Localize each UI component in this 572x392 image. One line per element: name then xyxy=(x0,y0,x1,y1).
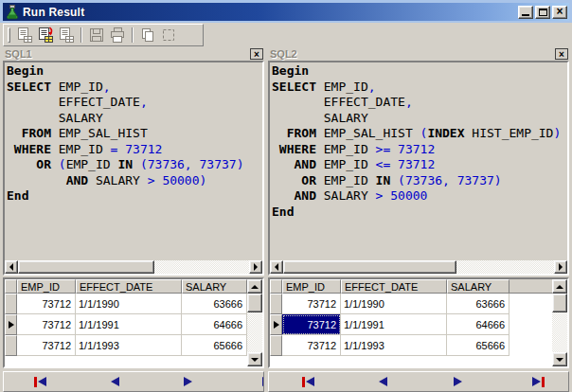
code-line: FROM EMP_SAL_HIST (INDEX HIST_EMP_ID) xyxy=(272,126,565,142)
column-header-salary[interactable]: SALARY xyxy=(182,279,247,294)
scroll-left-button[interactable] xyxy=(5,260,18,274)
grid-cell[interactable]: 1/1/1993 xyxy=(341,335,447,356)
grid-cell[interactable]: 65666 xyxy=(182,335,247,356)
grid-cell[interactable]: 1/1/1990 xyxy=(341,294,447,314)
column-header-salary[interactable]: SALARY xyxy=(447,279,509,294)
first-record-button[interactable] xyxy=(28,374,51,389)
column-header-emp-id[interactable]: EMP_ID xyxy=(282,279,341,294)
toolbar-grip[interactable] xyxy=(8,27,10,43)
close-button[interactable]: × xyxy=(552,6,567,19)
scroll-left-button[interactable] xyxy=(270,260,283,274)
column-header-effect-date[interactable]: EFFECT_DATE xyxy=(341,279,447,294)
grid-cell[interactable]: 73712 xyxy=(17,335,76,356)
row-selector[interactable] xyxy=(270,335,282,356)
panel-close-button[interactable]: × xyxy=(250,48,263,60)
print-button[interactable] xyxy=(107,26,128,45)
current-row-icon xyxy=(9,321,14,329)
grid-cell[interactable]: 73712 xyxy=(282,294,341,314)
fit-button[interactable] xyxy=(158,26,179,45)
code-line: FROM EMP_SAL_HIST xyxy=(7,126,260,142)
grid-cell[interactable]: 73712 xyxy=(282,335,341,356)
run-all-icon xyxy=(58,27,75,44)
scroll-up-button[interactable] xyxy=(247,279,262,294)
scroll-up-button[interactable] xyxy=(552,279,567,294)
copy-button[interactable] xyxy=(137,26,158,45)
column-header-emp-id[interactable]: EMP_ID xyxy=(17,279,76,294)
sql2-code-box: BeginSELECT EMP_ID, EFFECT_DATE, SALARY … xyxy=(268,61,569,276)
first-record-icon xyxy=(38,377,46,386)
scroll-track[interactable] xyxy=(552,294,567,352)
flask-icon xyxy=(5,5,20,20)
grid-cell[interactable]: 64666 xyxy=(447,314,509,335)
grid-cell[interactable]: 65666 xyxy=(447,335,509,356)
sql1-hscrollbar[interactable] xyxy=(5,260,262,274)
grid-cell[interactable]: 64666 xyxy=(182,314,247,335)
scroll-right-button[interactable] xyxy=(249,260,262,274)
minimize-button[interactable] xyxy=(518,6,533,19)
row-selector[interactable] xyxy=(5,294,17,314)
prior-record-button[interactable] xyxy=(371,374,394,389)
scroll-thumb[interactable] xyxy=(18,260,154,274)
prior-record-button[interactable] xyxy=(104,374,127,389)
grid-cell[interactable]: 63666 xyxy=(182,294,247,314)
last-record-button[interactable] xyxy=(527,374,549,389)
code-line: AND SALARY > 50000) xyxy=(7,173,260,189)
arrow-left-icon xyxy=(275,263,278,271)
last-record-button[interactable] xyxy=(257,374,264,389)
grid-vscrollbar[interactable] xyxy=(247,279,262,366)
grid-main: EMP_ID EFFECT_DATE SALARY 73712 1/1/1990… xyxy=(5,279,247,366)
first-record-button[interactable] xyxy=(296,374,319,389)
toolbar-band xyxy=(3,24,204,46)
grid-vscrollbar[interactable] xyxy=(552,279,567,366)
last-record-icon xyxy=(262,377,264,386)
code-line: OR (EMP_ID IN (73736, 73737) xyxy=(7,157,260,173)
maximize-button[interactable] xyxy=(535,6,550,19)
next-record-button[interactable] xyxy=(446,374,469,389)
grid-cell[interactable]: 73712 xyxy=(17,294,76,314)
grid-cell[interactable]: 1/1/1990 xyxy=(76,294,182,314)
scroll-right-button[interactable] xyxy=(554,260,567,274)
grid-cell-selected[interactable]: 73712 xyxy=(282,314,341,335)
scroll-track[interactable] xyxy=(247,294,262,352)
grid-cell[interactable]: 1/1/1991 xyxy=(341,314,447,335)
grid-cell[interactable]: 1/1/1993 xyxy=(76,335,182,356)
scroll-thumb[interactable] xyxy=(552,294,567,312)
run-selected-button[interactable] xyxy=(35,26,56,45)
sql2-editor[interactable]: BeginSELECT EMP_ID, EFFECT_DATE, SALARY … xyxy=(270,62,567,260)
row-selector[interactable] xyxy=(270,294,282,314)
grid-cell[interactable]: 63666 xyxy=(447,294,509,314)
code-line: End xyxy=(7,188,260,205)
row-selector-current[interactable] xyxy=(5,314,17,335)
sql-panels: SQL1 × BeginSELECT EMP_ID, EFFECT_DATE, … xyxy=(3,47,569,276)
scroll-thumb[interactable] xyxy=(283,260,456,274)
panel-close-button[interactable]: × xyxy=(555,48,568,60)
code-line: AND EMP_ID <= 73712 xyxy=(272,157,565,173)
panel-title: SQL2 xyxy=(270,48,555,60)
scroll-track[interactable] xyxy=(283,260,554,274)
arrow-right-icon xyxy=(254,263,258,271)
row-selector-header xyxy=(5,279,17,294)
scroll-track[interactable] xyxy=(18,260,249,274)
next-record-button[interactable] xyxy=(177,374,200,389)
grid-cell[interactable]: 1/1/1991 xyxy=(76,314,182,335)
row-selector[interactable] xyxy=(5,335,17,356)
header-filler xyxy=(509,279,552,294)
run-result-window: Run Result × xyxy=(0,0,572,392)
arrow-down-icon xyxy=(556,358,563,362)
scroll-down-button[interactable] xyxy=(247,352,262,366)
grid-cell[interactable]: 73712 xyxy=(17,314,76,335)
arrow-up-icon xyxy=(556,285,563,289)
scroll-thumb[interactable] xyxy=(247,294,262,312)
save-button[interactable] xyxy=(86,26,107,45)
sql2-hscrollbar[interactable] xyxy=(270,260,567,274)
scroll-down-button[interactable] xyxy=(552,352,567,366)
row-selector-current[interactable] xyxy=(270,314,282,335)
run-all-button[interactable] xyxy=(56,26,77,45)
run-review-button[interactable] xyxy=(14,26,35,45)
navigator-sql2 xyxy=(268,371,569,392)
panel-sql1-header: SQL1 × xyxy=(3,47,264,61)
sql1-editor[interactable]: BeginSELECT EMP_ID, EFFECT_DATE, SALARY … xyxy=(5,62,262,260)
close-icon: × xyxy=(556,6,563,17)
column-header-effect-date[interactable]: EFFECT_DATE xyxy=(76,279,182,294)
title-bar[interactable]: Run Result × xyxy=(3,3,569,21)
